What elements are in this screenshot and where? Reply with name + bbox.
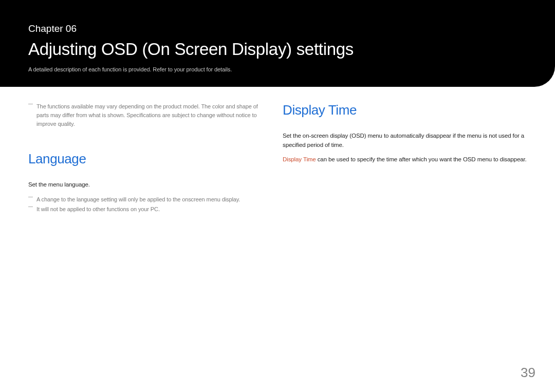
language-note-2: It will not be applied to other function…	[28, 204, 262, 214]
display-time-body-2: Display Time can be used to specify the …	[283, 155, 527, 164]
top-note: The functions available may vary dependi…	[28, 102, 262, 128]
left-column: The functions available may vary dependi…	[28, 102, 262, 214]
chapter-label: Chapter 06	[28, 23, 527, 34]
chapter-title: Adjusting OSD (On Screen Display) settin…	[28, 40, 527, 59]
chapter-subtitle: A detailed description of each function …	[28, 66, 527, 72]
display-time-emphasis: Display Time	[283, 156, 316, 162]
language-body: Set the menu language.	[28, 180, 262, 190]
chapter-header: Chapter 06 Adjusting OSD (On Screen Disp…	[0, 0, 555, 87]
display-time-body-1: Set the on-screen display (OSD) menu to …	[283, 132, 527, 150]
language-note-1: A change to the language setting will on…	[28, 195, 262, 204]
language-heading: Language	[28, 151, 262, 167]
display-time-body-2-rest: can be used to specify the time after wh…	[316, 156, 527, 162]
top-note-block: The functions available may vary dependi…	[28, 102, 262, 128]
display-time-heading: Display Time	[283, 102, 527, 118]
content-area: The functions available may vary dependi…	[0, 87, 555, 229]
right-column: Display Time Set the on-screen display (…	[283, 102, 527, 214]
page-number: 39	[521, 365, 535, 381]
